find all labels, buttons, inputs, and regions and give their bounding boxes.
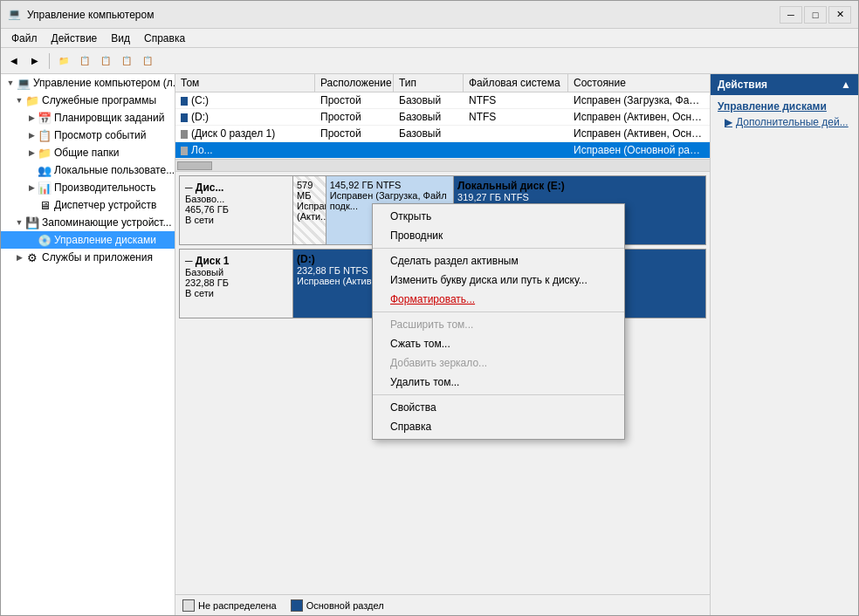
expand-icon-storage: ▼ [13, 216, 25, 229]
table-scrollbar[interactable] [175, 159, 710, 171]
th-state[interactable]: Состояние [568, 74, 710, 92]
ctx-change-letter[interactable]: Изменить букву диска или путь к диску... [373, 270, 624, 290]
ctx-set-active[interactable]: Сделать раздел активным [373, 251, 624, 270]
th-rasp[interactable]: Расположение [315, 74, 394, 92]
td-fs-1: NTFS [464, 109, 568, 125]
ctx-sep-1 [373, 248, 624, 249]
sidebar-icon-devmgr: 🖥 [38, 198, 52, 212]
sidebar-icon-folders: 📁 [38, 146, 52, 160]
sidebar-item-scheduler[interactable]: ▶ 📅 Планировщик заданий [1, 109, 175, 127]
ctx-sep-3 [373, 394, 624, 395]
sidebar-item-diskmgmt[interactable]: 💿 Управление дисками [1, 231, 175, 249]
sidebar-label-events: Просмотр событий [54, 129, 146, 141]
td-tom-0: (C:) [175, 92, 315, 108]
status-bar: Не распределена Основной раздел [175, 594, 710, 615]
td-rasp-3 [315, 142, 394, 158]
ctx-delete[interactable]: Удалить том... [373, 373, 624, 392]
table-row[interactable]: (C:) Простой Базовый NTFS Исправен (Загр… [175, 92, 710, 109]
minimize-button[interactable]: ─ [780, 6, 802, 24]
menu-file[interactable]: Файл [4, 31, 45, 46]
actions-link-more[interactable]: ▶ Дополнительные дей... [711, 114, 858, 130]
disk-info-1: ─ Диск 1 Базовый 232,88 ГБ В сети [180, 250, 293, 318]
ctx-shrink[interactable]: Сжать том... [373, 334, 624, 353]
td-tom-2: (Диск 0 раздел 1) [175, 126, 315, 141]
toolbar-btn-3[interactable]: 📋 [96, 51, 115, 71]
content-area: Том Расположение Тип Файловая система Со… [175, 74, 710, 615]
actions-title: Действия ▲ [711, 74, 858, 95]
ctx-mirror: Добавить зеркало... [373, 353, 624, 373]
actions-collapse-icon[interactable]: ▲ [841, 79, 851, 91]
toolbar-forward[interactable]: ▶ [25, 51, 45, 71]
table-row[interactable]: (D:) Простой Базовый NTFS Исправен (Акти… [175, 109, 710, 126]
sidebar-label-root: Управление компьютером (л... [33, 77, 175, 89]
legend-primary: Основной раздел [291, 599, 384, 612]
ctx-open[interactable]: Открыть [373, 207, 624, 226]
sidebar-icon-perf: 📊 [38, 181, 52, 195]
table-row[interactable]: Ло... Исправен (Основной раздел) [175, 142, 710, 159]
legend-label-primary: Основной раздел [306, 600, 384, 611]
expand-icon-scheduler: ▶ [25, 112, 38, 124]
sidebar-item-services[interactable]: ▶ ⚙ Службы и приложения [1, 249, 175, 266]
main-window: 💻 Управление компьютером ─ □ ✕ Файл Дейс… [0, 0, 859, 616]
menu-view[interactable]: Вид [104, 31, 137, 46]
ctx-help[interactable]: Справка [373, 417, 624, 436]
ctx-explorer[interactable]: Проводник [373, 226, 624, 245]
td-typ-0: Базовый [394, 92, 464, 108]
sidebar-icon-scheduler: 📅 [38, 111, 52, 125]
th-tom[interactable]: Том [175, 74, 315, 92]
menu-action[interactable]: Действие [45, 31, 105, 46]
toolbar-btn-2[interactable]: 📋 [75, 51, 94, 71]
sidebar-item-folders[interactable]: ▶ 📁 Общие папки [1, 144, 175, 161]
main-area: ▼ 💻 Управление компьютером (л... ▼ 📁 Слу… [1, 74, 858, 615]
sidebar-icon-users: 👥 [38, 163, 52, 177]
ctx-format[interactable]: Форматировать... [373, 290, 624, 309]
td-tom-1: (D:) [175, 109, 315, 125]
toolbar-back[interactable]: ◀ [4, 51, 24, 71]
actions-title-text: Действия [718, 79, 767, 91]
td-typ-2: Базовый [394, 126, 464, 141]
partition-name-0-2: Локальный диск (E:) [457, 180, 702, 192]
th-typ[interactable]: Тип [394, 74, 464, 92]
menu-help[interactable]: Справка [137, 31, 192, 46]
sidebar-item-devmgr[interactable]: 🖥 Диспетчер устройств [1, 196, 175, 214]
ctx-properties[interactable]: Свойства [373, 398, 624, 417]
table-row[interactable]: (Диск 0 раздел 1) Простой Базовый Исправ… [175, 126, 710, 142]
toolbar-btn-1[interactable]: 📁 [54, 51, 73, 71]
expand-icon-services: ▶ [13, 251, 25, 264]
disk-name-1: ─ Диск 1 [185, 255, 287, 267]
sidebar-label-scheduler: Планировщик заданий [54, 112, 164, 124]
td-fs-2 [464, 126, 568, 141]
toolbar-btn-4[interactable]: 📋 [117, 51, 136, 71]
toolbar-sep-1 [49, 53, 50, 69]
disk-type-1: Базовый [185, 267, 287, 277]
close-button[interactable]: ✕ [828, 6, 851, 24]
actions-link-label: Дополнительные дей... [736, 116, 849, 128]
toolbar-btn-5[interactable]: 📋 [138, 51, 157, 71]
maximize-button[interactable]: □ [804, 6, 827, 24]
sidebar-item-root[interactable]: ▼ 💻 Управление компьютером (л... [1, 74, 175, 92]
expand-icon-perf: ▶ [25, 181, 38, 194]
sidebar-icon-storage: 💾 [25, 216, 39, 229]
sidebar-label-users: Локальные пользовате... [54, 164, 175, 176]
sidebar-item-perf[interactable]: ▶ 📊 Производительность [1, 179, 175, 196]
partition-size-0-0: 579 МБ [297, 180, 322, 201]
table-header: Том Расположение Тип Файловая система Со… [175, 74, 710, 92]
partition-0-0[interactable]: 579 МБ Исправен (Акти... [293, 176, 326, 244]
sidebar-label-folders: Общие папки [54, 147, 119, 159]
sidebar-item-storage[interactable]: ▼ 💾 Запоминающие устройст... [1, 214, 175, 231]
sidebar-item-events[interactable]: ▶ 📋 Просмотр событий [1, 127, 175, 144]
partition-size-0-2: 319,27 ГБ NTFS [457, 192, 702, 202]
sidebar-label-utilities: Служебные программы [42, 94, 156, 106]
disk-info-0: ─ Дис... Базово... 465,76 ГБ В сети [180, 176, 293, 244]
actions-panel: Действия ▲ Управление дисками ▶ Дополнит… [710, 74, 858, 615]
legend-box-primary [291, 599, 303, 612]
title-bar-left: 💻 Управление компьютером [8, 8, 154, 22]
sidebar-item-users[interactable]: 👥 Локальные пользовате... [1, 161, 175, 179]
actions-section-diskmgmt[interactable]: Управление дисками [711, 95, 858, 114]
ctx-extend: Расширить том... [373, 315, 624, 334]
th-fs[interactable]: Файловая система [464, 74, 568, 92]
sidebar-item-utilities[interactable]: ▼ 📁 Служебные программы [1, 92, 175, 109]
expand-icon-events: ▶ [25, 129, 38, 141]
sidebar-label-perf: Производительность [54, 181, 155, 194]
sidebar-icon-diskmgmt: 💿 [38, 233, 52, 247]
